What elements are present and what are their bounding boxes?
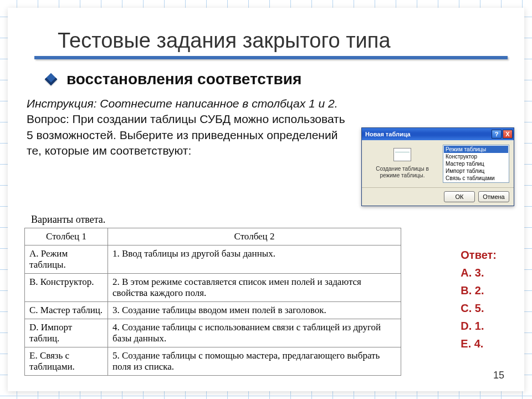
cell-c1: B. Конструктор. xyxy=(25,274,108,302)
close-button[interactable]: X xyxy=(503,130,513,139)
cell-c2: 5. Создание таблицы с помощью мастера, п… xyxy=(108,347,401,376)
bullet-row: восстановления соответствия xyxy=(47,70,508,88)
title-rule xyxy=(34,56,508,59)
answer-key: Ответ: А. 3. В. 2. С. 5. D. 1. Е. 4. xyxy=(461,246,497,352)
table-row: C. Мастер таблиц. 3. Создание таблицы вв… xyxy=(25,302,401,319)
dialog-caption: Создание таблицы в режиме таблицы. xyxy=(366,166,438,179)
dialog-list[interactable]: Режим таблицы Конструктор Мастер таблиц … xyxy=(443,145,509,183)
table-head-row: Столбец 1 Столбец 2 xyxy=(25,228,401,245)
cancel-button[interactable]: Отмена xyxy=(478,191,509,202)
subtitle: восстановления соответствия xyxy=(66,70,301,88)
dialog-titlebar: Новая таблица ? X xyxy=(362,128,514,140)
instruction-label: Инструкция: xyxy=(27,97,96,110)
dialog-footer: ОК Отмена xyxy=(362,187,514,206)
answer-line: А. 3. xyxy=(461,264,497,282)
question-text: При создании таблицы СУБД можно использо… xyxy=(27,112,345,157)
new-table-dialog: Новая таблица ? X Создание таблицы в реж… xyxy=(361,127,514,206)
table-row: A. Режим таблицы. 1. Ввод таблицы из дру… xyxy=(25,245,401,274)
help-button[interactable]: ? xyxy=(492,130,502,139)
page-number: 15 xyxy=(493,370,504,381)
table-row: E. Связь с таблицами. 5. Создание таблиц… xyxy=(25,347,401,376)
slide: Тестовые задания закрытого типа восстано… xyxy=(8,8,524,391)
cell-c2: 3. Создание таблицы вводом имен полей в … xyxy=(108,302,401,319)
dialog-title: Новая таблица xyxy=(365,131,490,137)
instruction-block: Инструкция: Соотнесите написанное в стол… xyxy=(27,96,348,158)
ok-button[interactable]: ОК xyxy=(444,191,475,202)
table-icon xyxy=(393,148,411,161)
answer-label: Ответ: xyxy=(461,246,497,264)
slide-title: Тестовые задания закрытого типа xyxy=(58,29,508,53)
variants-label: Варианты ответа. xyxy=(31,214,401,226)
cell-c2: 2. В этом режиме составляется список име… xyxy=(108,274,401,302)
table-row: B. Конструктор. 2. В этом режиме составл… xyxy=(25,274,401,302)
list-item[interactable]: Режим таблицы xyxy=(444,146,508,153)
dialog-left-pane: Создание таблицы в режиме таблицы. xyxy=(366,145,438,183)
head-col2: Столбец 2 xyxy=(108,228,401,245)
answer-line: С. 5. xyxy=(461,299,497,317)
answer-line: Е. 4. xyxy=(461,335,497,352)
answer-line: D. 1. xyxy=(461,317,497,335)
cell-c1: A. Режим таблицы. xyxy=(25,245,108,274)
variants-table: Столбец 1 Столбец 2 A. Режим таблицы. 1.… xyxy=(24,228,401,376)
list-item[interactable]: Импорт таблиц xyxy=(444,167,508,175)
cell-c1: D. Импорт таблиц. xyxy=(25,319,108,347)
list-item[interactable]: Конструктор xyxy=(444,153,508,160)
table-row: D. Импорт таблиц. 4. Создание таблицы с … xyxy=(25,319,401,347)
list-item[interactable]: Мастер таблиц xyxy=(444,160,508,167)
cell-c2: 4. Создание таблицы с использованием свя… xyxy=(108,319,401,347)
instruction-text: Соотнесите написанное в столбцах 1 и 2. xyxy=(100,97,337,110)
list-item[interactable]: Связь с таблицами xyxy=(444,175,508,182)
cell-c1: C. Мастер таблиц. xyxy=(25,302,108,319)
dialog-body: Создание таблицы в режиме таблицы. Режим… xyxy=(362,140,514,187)
cell-c2: 1. Ввод таблицы из другой базы данных. xyxy=(108,245,401,274)
head-col1: Столбец 1 xyxy=(25,228,108,245)
bullet-icon xyxy=(45,73,58,86)
cell-c1: E. Связь с таблицами. xyxy=(25,347,108,376)
answer-line: В. 2. xyxy=(461,282,497,299)
question-label: Вопрос: xyxy=(27,112,69,125)
variants-table-wrap: Варианты ответа. Столбец 1 Столбец 2 A. … xyxy=(24,214,401,376)
